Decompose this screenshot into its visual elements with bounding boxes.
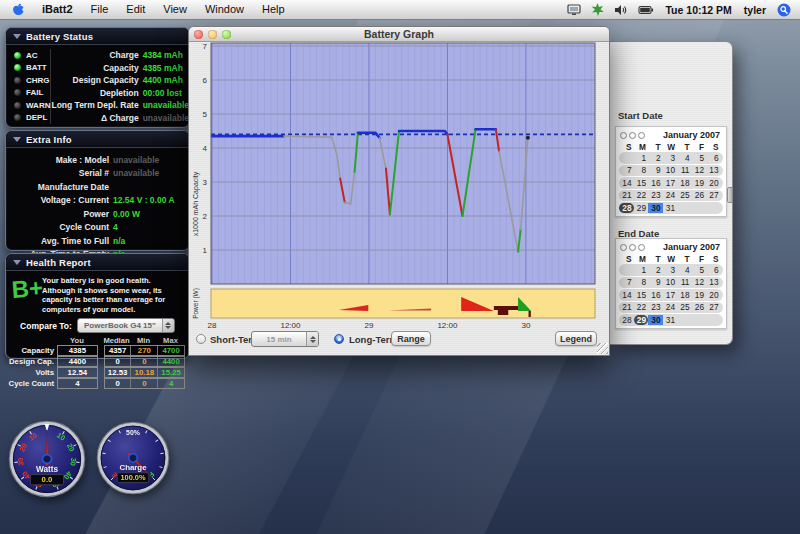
- calendar-day-11[interactable]: 11: [677, 165, 692, 175]
- interval-popup[interactable]: 15 min: [251, 331, 319, 347]
- calendar-day-31[interactable]: 31: [663, 203, 678, 213]
- drawer-resize-handle[interactable]: [727, 187, 733, 203]
- calendar-day-16[interactable]: 16: [648, 178, 663, 188]
- calendar-day-27[interactable]: 27: [706, 190, 721, 200]
- battery-status-header[interactable]: Battery Status: [6, 28, 189, 45]
- menu-item-file[interactable]: File: [82, 0, 118, 19]
- volume-icon[interactable]: [609, 0, 633, 19]
- calendar-day-7[interactable]: 7: [619, 277, 634, 287]
- menubar-clock[interactable]: Tue 10:12 PM: [659, 4, 737, 16]
- calendar-day-29[interactable]: 29: [634, 315, 649, 325]
- calendar-day-26[interactable]: 26: [692, 302, 707, 312]
- calendar-next-icon[interactable]: [638, 132, 645, 139]
- calendar-day-20[interactable]: 20: [706, 290, 721, 300]
- watts-gauge[interactable]: 10203040501020304050Watts0.0: [8, 420, 86, 502]
- calendar-day-8[interactable]: 8: [634, 165, 649, 175]
- ibatt-menu-icon[interactable]: [586, 0, 609, 19]
- calendar-prev-icon[interactable]: [620, 132, 627, 139]
- health-report-header[interactable]: Health Report: [6, 254, 189, 271]
- calendar-day-21[interactable]: 21: [619, 302, 634, 312]
- calendar-day-28[interactable]: 28: [619, 315, 634, 325]
- calendar-day-17[interactable]: 17: [663, 178, 678, 188]
- calendar-day-15[interactable]: 15: [634, 290, 649, 300]
- disclosure-triangle-icon[interactable]: [13, 137, 21, 142]
- menu-item-window[interactable]: Window: [196, 0, 253, 19]
- calendar-day-4[interactable]: 4: [677, 153, 692, 163]
- calendar-day-23[interactable]: 23: [648, 190, 663, 200]
- calendar-day-9[interactable]: 9: [648, 277, 663, 287]
- calendar-day-14[interactable]: 14: [619, 178, 634, 188]
- range-button[interactable]: Range: [391, 331, 431, 346]
- calendar-day-26[interactable]: 26: [692, 190, 707, 200]
- calendar-day-22[interactable]: 22: [634, 190, 649, 200]
- calendar-day-5[interactable]: 5: [692, 265, 707, 275]
- apple-menu-icon[interactable]: [0, 3, 33, 17]
- calendar-day-25[interactable]: 25: [677, 190, 692, 200]
- calendar-day-28[interactable]: 28: [619, 203, 634, 213]
- calendar-day-8[interactable]: 8: [634, 277, 649, 287]
- calendar-day-11[interactable]: 11: [677, 277, 692, 287]
- spotlight-icon[interactable]: [772, 0, 800, 19]
- long-term-radio[interactable]: [334, 334, 344, 344]
- calendar-day-16[interactable]: 16: [648, 290, 663, 300]
- calendar-day-14[interactable]: 14: [619, 290, 634, 300]
- calendar-day-4[interactable]: 4: [677, 265, 692, 275]
- calendar-day-27[interactable]: 27: [706, 302, 721, 312]
- calendar-day-24[interactable]: 24: [663, 190, 678, 200]
- calendar-day-20[interactable]: 20: [706, 178, 721, 188]
- calendar-day-12[interactable]: 12: [692, 277, 707, 287]
- extra-info-header[interactable]: Extra Info: [6, 131, 189, 148]
- menu-item-view[interactable]: View: [154, 0, 196, 19]
- menu-app-name[interactable]: iBatt2: [33, 0, 82, 19]
- calendar-day-13[interactable]: 13: [706, 165, 721, 175]
- calendar-day-7[interactable]: 7: [619, 165, 634, 175]
- window-resize-handle[interactable]: [597, 343, 608, 354]
- calendar-day-1[interactable]: 1: [634, 265, 649, 275]
- calendar-next-icon[interactable]: [638, 244, 645, 251]
- menu-item-edit[interactable]: Edit: [117, 0, 154, 19]
- calendar-day-9[interactable]: 9: [648, 165, 663, 175]
- calendar-day-12[interactable]: 12: [692, 165, 707, 175]
- calendar-day-29[interactable]: 29: [634, 203, 649, 213]
- calendar-day-6[interactable]: 6: [706, 153, 721, 163]
- calendar-day-5[interactable]: 5: [692, 153, 707, 163]
- disclosure-triangle-icon[interactable]: [13, 260, 21, 265]
- calendar-day-21[interactable]: 21: [619, 190, 634, 200]
- calendar-day-31[interactable]: 31: [663, 315, 678, 325]
- calendar-day-13[interactable]: 13: [706, 277, 721, 287]
- displays-icon[interactable]: [562, 0, 586, 19]
- calendar-day-19[interactable]: 19: [692, 178, 707, 188]
- calendar-day-1[interactable]: 1: [634, 153, 649, 163]
- menu-item-help[interactable]: Help: [253, 0, 294, 19]
- calendar-day-6[interactable]: 6: [706, 265, 721, 275]
- window-titlebar[interactable]: Battery Graph: [189, 27, 609, 42]
- calendar-today-icon[interactable]: [629, 244, 636, 251]
- calendar-day-2[interactable]: 2: [648, 153, 663, 163]
- calendar-day-17[interactable]: 17: [663, 290, 678, 300]
- calendar-day-18[interactable]: 18: [677, 178, 692, 188]
- calendar-day-30[interactable]: 30: [648, 315, 663, 325]
- calendar-prev-icon[interactable]: [620, 244, 627, 251]
- legend-button[interactable]: Legend: [555, 331, 597, 346]
- calendar-day-15[interactable]: 15: [634, 178, 649, 188]
- calendar-day-30[interactable]: 30: [648, 203, 663, 213]
- menubar-user[interactable]: tyler: [738, 4, 772, 16]
- calendar-day-24[interactable]: 24: [663, 302, 678, 312]
- calendar-day-3[interactable]: 3: [663, 265, 678, 275]
- disclosure-triangle-icon[interactable]: [13, 34, 21, 39]
- compare-to-popup[interactable]: PowerBook G4 15": [77, 318, 175, 333]
- calendar-day-10[interactable]: 10: [663, 277, 678, 287]
- calendar-day-2[interactable]: 2: [648, 265, 663, 275]
- calendar-today-icon[interactable]: [629, 132, 636, 139]
- calendar-day-18[interactable]: 18: [677, 290, 692, 300]
- battery-icon[interactable]: [633, 0, 659, 19]
- calendar-day-10[interactable]: 10: [663, 165, 678, 175]
- calendar-day-22[interactable]: 22: [634, 302, 649, 312]
- battery-status-panel: Battery Status ACBATTCHRGFAILWARNDEPL Ch…: [5, 27, 190, 128]
- calendar-day-3[interactable]: 3: [663, 153, 678, 163]
- calendar-day-25[interactable]: 25: [677, 302, 692, 312]
- charge-gauge[interactable]: 50%EFCharge100.0%: [96, 421, 170, 499]
- short-term-radio[interactable]: [196, 334, 206, 344]
- calendar-day-19[interactable]: 19: [692, 290, 707, 300]
- calendar-day-23[interactable]: 23: [648, 302, 663, 312]
